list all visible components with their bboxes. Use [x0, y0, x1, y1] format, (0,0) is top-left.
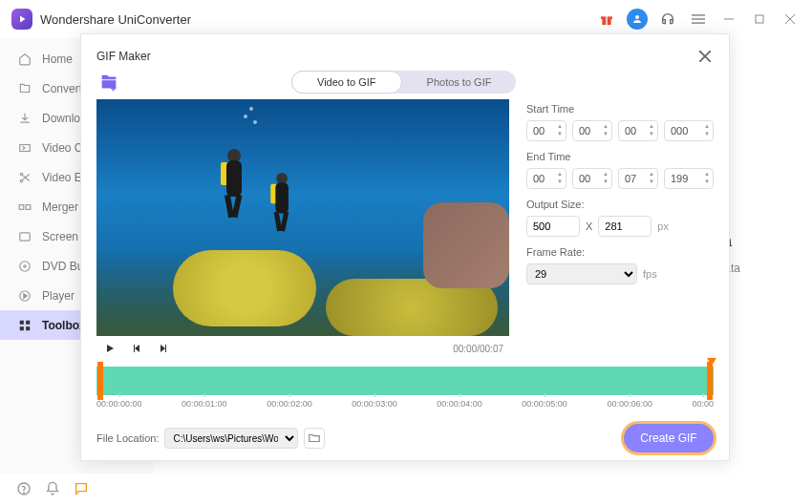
svg-point-13	[20, 179, 22, 181]
tick-label: 00:00:01:00	[182, 399, 227, 414]
svg-rect-16	[20, 232, 31, 240]
tick-label: 00:00:04:00	[437, 399, 482, 414]
spin-down-icon[interactable]: ▼	[649, 130, 656, 137]
end-time-label: End Time	[526, 151, 714, 162]
scissors-icon	[17, 170, 32, 185]
mode-tabs: Video to GIF Photos to GIF	[291, 71, 516, 94]
spin-down-icon[interactable]: ▼	[603, 130, 610, 137]
svg-rect-4	[692, 14, 705, 15]
frame-rate-select[interactable]: 29	[526, 263, 637, 284]
menu-icon[interactable]	[688, 9, 709, 30]
svg-rect-6	[692, 23, 705, 24]
video-preview[interactable]	[96, 99, 509, 336]
modal-close-icon[interactable]	[696, 48, 714, 65]
add-file-icon[interactable]	[98, 72, 119, 93]
open-folder-button[interactable]	[304, 428, 325, 449]
gift-icon[interactable]	[596, 9, 617, 30]
spin-up-icon[interactable]: ▲	[704, 170, 712, 178]
svg-rect-20	[20, 320, 24, 324]
timecode-display: 00:00/00:07	[453, 344, 503, 354]
output-size-label: Output Size:	[526, 199, 714, 210]
minimize-button[interactable]	[718, 9, 739, 30]
disc-icon	[17, 259, 32, 274]
spin-up-icon[interactable]: ▲	[557, 122, 565, 130]
tick-label: 00:00:05:00	[522, 399, 567, 414]
download-icon	[17, 111, 32, 126]
svg-rect-14	[19, 204, 24, 209]
play-button[interactable]	[102, 341, 118, 356]
converter-icon	[17, 81, 32, 96]
svg-rect-29	[111, 88, 117, 90]
next-frame-button[interactable]	[156, 341, 171, 356]
svg-point-25	[24, 493, 25, 494]
tick-label: 00:00:06:00	[607, 399, 652, 414]
timeline-track[interactable]	[96, 367, 714, 395]
spin-up-icon[interactable]: ▲	[649, 122, 656, 130]
tick-label: 00:00:03:00	[352, 399, 397, 414]
fps-label: fps	[643, 268, 657, 280]
headset-icon[interactable]	[657, 9, 678, 30]
titlebar: Wondershare UniConverter	[0, 0, 812, 38]
timeline-ticks: 00:00:00:00 00:00:01:00 00:00:02:00 00:0…	[96, 395, 714, 414]
svg-point-18	[24, 264, 26, 266]
spin-down-icon[interactable]: ▼	[704, 130, 712, 137]
toolbox-icon	[17, 318, 32, 333]
svg-point-12	[20, 173, 22, 175]
gif-maker-modal: GIF Maker Video to GIF Photos to GIF	[80, 33, 730, 461]
timeline-playhead[interactable]	[707, 358, 716, 366]
frame-rate-label: Frame Rate:	[526, 246, 714, 258]
spin-up-icon[interactable]: ▲	[649, 170, 656, 178]
prev-frame-button[interactable]	[129, 341, 144, 356]
spin-up-icon[interactable]: ▲	[603, 170, 610, 178]
compress-icon	[17, 140, 32, 156]
timeline-start-handle[interactable]	[97, 362, 103, 400]
spin-up-icon[interactable]: ▲	[704, 122, 712, 130]
feedback-icon[interactable]	[73, 480, 90, 497]
spin-down-icon[interactable]: ▼	[704, 178, 712, 185]
svg-rect-23	[26, 326, 30, 330]
file-location-select[interactable]: C:\Users\ws\Pictures\Wonders	[164, 428, 298, 449]
app-title: Wondershare UniConverter	[40, 12, 191, 27]
spin-down-icon[interactable]: ▼	[649, 178, 656, 185]
tick-label: 00:00:02:00	[267, 399, 312, 414]
svg-rect-2	[606, 14, 607, 25]
sidebar-item-label: Home	[42, 52, 73, 66]
height-input[interactable]	[598, 216, 652, 237]
svg-point-17	[20, 261, 31, 271]
account-avatar[interactable]	[627, 9, 648, 30]
tick-label: 00:00	[692, 399, 714, 414]
merge-icon	[17, 200, 32, 215]
tab-photos-to-gif[interactable]: Photos to GIF	[402, 71, 517, 94]
timeline-end-handle[interactable]	[707, 362, 713, 400]
file-location-label: File Location:	[96, 432, 159, 444]
help-icon[interactable]	[15, 480, 32, 497]
svg-rect-15	[26, 204, 31, 209]
close-button[interactable]	[780, 9, 801, 30]
svg-rect-8	[756, 15, 763, 23]
svg-point-3	[635, 15, 639, 19]
spin-down-icon[interactable]: ▼	[603, 178, 610, 185]
spin-down-icon[interactable]: ▼	[557, 178, 565, 185]
spin-up-icon[interactable]: ▲	[603, 122, 610, 130]
start-time-label: Start Time	[526, 103, 714, 115]
spin-down-icon[interactable]: ▼	[557, 130, 565, 137]
tick-label: 00:00:00:00	[96, 399, 142, 414]
sidebar-item-label: Player	[42, 289, 75, 303]
modal-title: GIF Maker	[96, 50, 151, 63]
tab-video-to-gif[interactable]: Video to GIF	[291, 71, 402, 94]
sidebar-item-label: Merger	[42, 200, 78, 214]
px-label: px	[657, 220, 669, 232]
width-input[interactable]	[526, 216, 580, 237]
size-separator: X	[586, 220, 592, 232]
spin-up-icon[interactable]: ▲	[557, 170, 565, 178]
maximize-button[interactable]	[749, 9, 770, 30]
bell-icon[interactable]	[44, 480, 61, 497]
footer	[0, 473, 812, 504]
svg-rect-22	[20, 326, 24, 330]
sidebar-item-label: Toolbox	[42, 319, 86, 332]
create-gif-button[interactable]: Create GIF	[624, 424, 714, 452]
svg-rect-21	[26, 320, 30, 324]
svg-rect-5	[692, 18, 705, 19]
home-icon	[17, 52, 32, 67]
app-logo	[11, 9, 32, 30]
